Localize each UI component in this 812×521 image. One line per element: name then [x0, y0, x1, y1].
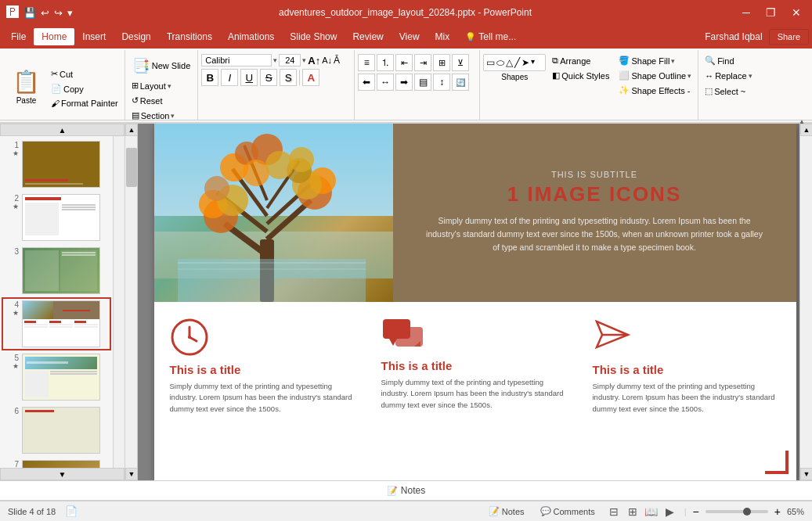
layout-icon: ⊞: [132, 81, 139, 91]
shape-outline-button[interactable]: ⬜ Shape Outline ▾: [615, 69, 695, 82]
slide-notes-icon[interactable]: 📄: [65, 505, 78, 517]
zoom-separator: |: [684, 507, 687, 516]
minimize-button[interactable]: ─: [738, 5, 755, 20]
slide-star-5: ★: [13, 362, 19, 370]
align-left-button[interactable]: ⬅: [358, 74, 375, 91]
reset-button[interactable]: ↺ Reset: [128, 94, 179, 107]
scroll-up-button[interactable]: ▲: [125, 124, 138, 136]
menu-slideshow[interactable]: Slide Show: [282, 28, 345, 45]
shape-line[interactable]: ╱: [514, 57, 520, 68]
copy-button[interactable]: 📄Copy: [48, 82, 121, 95]
zoom-slider[interactable]: [706, 510, 768, 513]
undo-icon[interactable]: ↩: [41, 7, 49, 19]
strikethrough-button[interactable]: S: [260, 69, 277, 86]
section-button[interactable]: ▤ Section ▾: [128, 109, 179, 120]
notes-button[interactable]: 📝 Notes: [484, 505, 529, 518]
shape-more[interactable]: ▾: [531, 57, 535, 68]
bold-button[interactable]: B: [201, 69, 218, 86]
align-center-button[interactable]: ↔: [377, 74, 394, 91]
numbered-list-button[interactable]: ⒈: [377, 54, 394, 71]
menu-file[interactable]: File: [3, 28, 34, 45]
clear-format-button[interactable]: Ā: [334, 55, 340, 66]
font-name-input[interactable]: [201, 54, 272, 66]
zoom-out-button[interactable]: −: [693, 505, 699, 518]
close-button[interactable]: ✕: [787, 5, 806, 20]
shadow-button[interactable]: S: [280, 69, 297, 86]
new-slide-button[interactable]: 📑 New Slide: [128, 55, 195, 77]
slide-image-area[interactable]: [154, 124, 393, 302]
menu-view[interactable]: View: [392, 28, 428, 45]
convert-smartart-button[interactable]: 🔄: [452, 74, 469, 91]
restore-button[interactable]: ❐: [761, 5, 781, 20]
scroll-thumb[interactable]: [126, 148, 137, 187]
font-color-button[interactable]: A: [302, 69, 319, 86]
replace-button[interactable]: ↔ Replace ▾: [702, 70, 755, 82]
shape-fill-button[interactable]: 🪣 Shape Fill ▾: [615, 54, 695, 67]
cut-button[interactable]: ✂Cut: [48, 67, 121, 81]
layout-button[interactable]: ⊞ Layout ▾: [128, 79, 179, 92]
format-painter-button[interactable]: 🖌Format Painter: [48, 97, 121, 110]
font-shrink-button[interactable]: A↓: [322, 56, 332, 65]
arrange-button[interactable]: ⧉ Arrange: [549, 54, 612, 67]
menu-home[interactable]: Home: [34, 28, 74, 45]
menu-tell-me[interactable]: 💡Tell me...: [457, 28, 524, 45]
normal-view-button[interactable]: ⊟: [606, 504, 622, 519]
increase-indent-button[interactable]: ⇥: [414, 54, 431, 71]
underline-button[interactable]: U: [240, 69, 258, 86]
redo-icon[interactable]: ↪: [54, 7, 63, 19]
reading-view-button[interactable]: 📖: [644, 504, 659, 519]
align-right-button[interactable]: ➡: [395, 74, 413, 91]
find-button[interactable]: 🔍 Find: [702, 54, 755, 67]
select-button[interactable]: ⬚ Select ~: [702, 84, 755, 98]
menu-mix[interactable]: Mix: [428, 28, 458, 45]
slide-thumb-5[interactable]: 5 ★: [3, 352, 110, 402]
slide-thumb-2[interactable]: 2 ★: [3, 192, 110, 243]
share-button[interactable]: Share: [769, 29, 809, 45]
slide-thumb-1[interactable]: 1 ★: [3, 139, 110, 189]
menu-animations[interactable]: Animations: [220, 28, 282, 45]
slide-thumb-7[interactable]: 7 ★ OUTDOOR: [3, 458, 110, 468]
shape-triangle[interactable]: △: [506, 57, 513, 68]
justify-button[interactable]: ▤: [414, 74, 431, 91]
columns-button[interactable]: ⊞: [433, 54, 450, 71]
bullets-button[interactable]: ≡: [358, 54, 375, 71]
menu-insert[interactable]: Insert: [74, 28, 114, 45]
scroll-down-button[interactable]: ▼: [125, 468, 138, 480]
slide-panel-scroll-down[interactable]: ▼: [0, 468, 125, 480]
slide-thumb-6[interactable]: 6 ★: [3, 405, 110, 455]
find-icon: 🔍: [705, 56, 716, 66]
slide-panel-scroll-up[interactable]: ▲: [0, 124, 125, 136]
shape-rect[interactable]: ▭: [486, 57, 495, 68]
slide-thumb-4[interactable]: 4 ★: [3, 299, 110, 349]
decrease-indent-button[interactable]: ⇤: [395, 54, 413, 71]
menu-transitions[interactable]: Transitions: [159, 28, 220, 45]
font-grow-button[interactable]: A↑: [308, 55, 320, 66]
text-direction-button[interactable]: ⊻: [452, 54, 469, 71]
notes-bar[interactable]: 📝 Notes: [0, 480, 812, 501]
shape-effects-button[interactable]: ✨ Shape Effects -: [615, 84, 695, 97]
zoom-in-button[interactable]: +: [774, 505, 781, 518]
more-icon[interactable]: ▾: [67, 7, 73, 19]
paste-button[interactable]: 📋 Paste: [6, 67, 46, 106]
shape-arrow[interactable]: ➤: [521, 57, 529, 68]
italic-button[interactable]: I: [221, 69, 238, 86]
slide-thumb-3[interactable]: 3 ★: [3, 246, 110, 296]
right-scroll-up[interactable]: ▲: [800, 124, 812, 136]
slide-sorter-button[interactable]: ⊞: [625, 504, 641, 519]
menu-design[interactable]: Design: [114, 28, 158, 45]
right-scroll: ▲ ▼: [799, 124, 812, 480]
quick-styles-button[interactable]: ◧ Quick Styles: [549, 69, 612, 82]
font-name-arrow[interactable]: ▾: [273, 56, 277, 64]
save-icon[interactable]: 💾: [23, 7, 36, 19]
copy-icon: 📄: [51, 84, 62, 94]
comments-button[interactable]: 💬 Comments: [536, 505, 600, 518]
right-scroll-down[interactable]: ▼: [800, 468, 812, 480]
line-spacing-button[interactable]: ↕: [433, 74, 450, 91]
window-title: adventures_outdoor_image_layout_20284.pp…: [73, 7, 738, 18]
slideshow-view-button[interactable]: ▶: [662, 504, 678, 519]
menu-review[interactable]: Review: [345, 28, 391, 45]
shape-oval[interactable]: ⬭: [496, 57, 504, 68]
font-size-arrow[interactable]: ▾: [302, 56, 306, 64]
font-size-input[interactable]: [279, 54, 301, 66]
col2-title: This is a title: [381, 359, 453, 372]
